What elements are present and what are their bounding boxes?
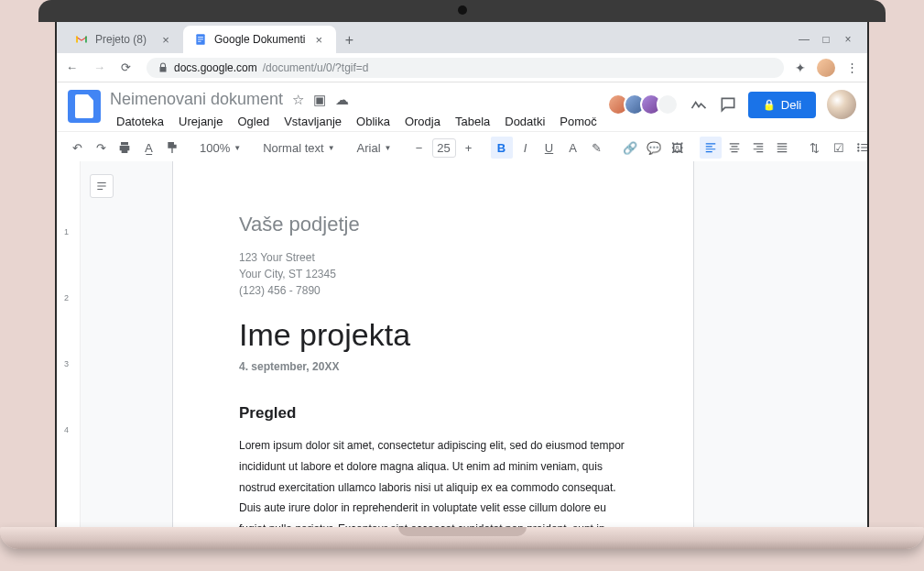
menu-file[interactable]: Datoteka <box>110 112 170 131</box>
align-right-button[interactable] <box>747 137 769 159</box>
underline-button[interactable]: U <box>538 137 560 159</box>
docs-logo-icon[interactable] <box>68 90 101 123</box>
insert-link-button[interactable]: 🔗 <box>619 137 641 159</box>
nav-controls: ← → ⟳ <box>66 60 136 75</box>
font-size-input[interactable]: 25 <box>432 138 456 158</box>
laptop-frame: Prejeto (8) × Google Dokumenti × + — □ ×… <box>0 0 924 571</box>
menu-help[interactable]: Pomoč <box>553 112 603 131</box>
star-icon[interactable]: ☆ <box>292 92 304 108</box>
forward-icon[interactable]: → <box>93 60 108 75</box>
close-icon[interactable]: × <box>312 33 325 46</box>
window-controls: — □ × <box>799 26 860 53</box>
maximize-icon[interactable]: □ <box>821 35 831 44</box>
document-title[interactable]: Neimenovani dokument <box>110 90 283 109</box>
paragraph-style-dropdown[interactable]: Normal text▼ <box>257 141 340 155</box>
print-button[interactable] <box>114 137 136 159</box>
url-field[interactable]: docs.google.com/document/u/0/?tgif=d <box>147 58 784 78</box>
align-center-button[interactable] <box>723 137 745 159</box>
address-bar: ← → ⟳ docs.google.com/document/u/0/?tgif… <box>57 53 867 82</box>
formatting-toolbar: ↶ ↷ A̲ 100%▼ Normal text▼ Arial▼ − 25 + … <box>57 131 867 164</box>
menu-insert[interactable]: Vstavljanje <box>277 112 348 131</box>
browser-menu-icon[interactable]: ⋮ <box>846 60 858 74</box>
vertical-ruler[interactable]: 1 2 3 4 <box>57 161 81 527</box>
browser-tab-strip: Prejeto (8) × Google Dokumenti × + — □ × <box>57 22 867 53</box>
presence-avatars[interactable] <box>613 93 679 115</box>
outline-toggle-button[interactable] <box>90 174 114 198</box>
document-date: 4. september, 20XX <box>239 360 627 373</box>
svg-rect-3 <box>198 41 201 42</box>
account-avatar-icon[interactable] <box>827 90 856 119</box>
body-paragraph: Lorem ipsum dolor sit amet, consectetur … <box>239 435 627 527</box>
align-left-button[interactable] <box>700 137 722 159</box>
spellcheck-button[interactable]: A̲ <box>137 137 159 159</box>
move-icon[interactable]: ▣ <box>313 92 326 108</box>
checklist-button[interactable]: ☑ <box>828 137 850 159</box>
minimize-icon[interactable]: — <box>799 35 809 44</box>
lock-icon <box>158 62 168 73</box>
line-spacing-button[interactable]: ⇅ <box>804 137 826 159</box>
insert-image-button[interactable]: 🖼 <box>667 137 689 159</box>
back-icon[interactable]: ← <box>66 60 81 75</box>
svg-point-6 <box>857 149 859 151</box>
paint-format-button[interactable] <box>161 137 183 159</box>
reload-icon[interactable]: ⟳ <box>121 60 136 75</box>
browser-tab-gmail[interactable]: Prejeto (8) × <box>64 26 183 53</box>
url-host: docs.google.com <box>174 61 257 74</box>
insert-comment-button[interactable]: 💬 <box>643 137 665 159</box>
activity-icon[interactable] <box>690 95 708 114</box>
zoom-dropdown[interactable]: 100%▼ <box>194 141 246 155</box>
align-justify-button[interactable] <box>771 137 793 159</box>
profile-avatar-icon[interactable] <box>817 59 835 77</box>
gmail-icon <box>75 33 88 46</box>
bold-button[interactable]: B <box>491 137 513 159</box>
header-right: Deli <box>613 90 856 119</box>
extensions-icon[interactable]: ✦ <box>795 60 806 75</box>
webcam-notch <box>458 5 467 15</box>
font-size-decrease[interactable]: − <box>408 137 430 159</box>
new-tab-button[interactable]: + <box>336 27 362 53</box>
menu-view[interactable]: Ogled <box>231 112 276 131</box>
redo-button[interactable]: ↷ <box>90 137 112 159</box>
close-icon[interactable]: × <box>159 33 172 46</box>
document-canvas: 1 2 3 4 Vaše podjetje 123 Your Street Yo… <box>57 161 867 527</box>
svg-rect-2 <box>198 38 203 39</box>
undo-button[interactable]: ↶ <box>66 137 88 159</box>
menu-edit[interactable]: Urejanje <box>172 112 229 131</box>
italic-button[interactable]: I <box>515 137 537 159</box>
browser-actions: ✦ ⋮ <box>795 59 858 77</box>
menu-format[interactable]: Oblika <box>350 112 397 131</box>
laptop-base <box>0 527 924 549</box>
address-line: (123) 456 - 7890 <box>239 282 627 299</box>
browser-tab-docs[interactable]: Google Dokumenti × <box>183 26 336 53</box>
bulleted-list-button[interactable] <box>852 137 870 159</box>
tab-label: Google Dokumenti <box>214 33 305 46</box>
url-path: /document/u/0/?tgif=d <box>263 61 369 74</box>
project-title: Ime projekta <box>239 317 627 353</box>
menu-table[interactable]: Tabela <box>449 112 496 131</box>
close-window-icon[interactable]: × <box>843 35 853 44</box>
section-heading: Pregled <box>239 404 627 423</box>
highlight-button[interactable]: ✎ <box>586 137 608 159</box>
collaborator-avatar-icon <box>657 93 679 115</box>
screen: Prejeto (8) × Google Dokumenti × + — □ ×… <box>55 22 869 527</box>
title-block: Neimenovani dokument ☆ ▣ ☁ Datoteka Urej… <box>110 90 603 131</box>
docs-header: Neimenovani dokument ☆ ▣ ☁ Datoteka Urej… <box>57 82 867 131</box>
svg-point-4 <box>857 143 859 145</box>
tab-label: Prejeto (8) <box>95 33 147 46</box>
company-name: Vaše podjetje <box>239 213 627 236</box>
text-color-button[interactable]: A <box>562 137 584 159</box>
address-line: Your City, ST 12345 <box>239 266 627 282</box>
share-button[interactable]: Deli <box>748 92 816 118</box>
font-dropdown[interactable]: Arial▼ <box>352 141 397 155</box>
address-line: 123 Your Street <box>239 249 627 266</box>
cloud-saved-icon: ☁ <box>335 92 349 108</box>
menu-bar: Datoteka Urejanje Ogled Vstavljanje Obli… <box>110 112 603 131</box>
menu-tools[interactable]: Orodja <box>398 112 447 131</box>
docs-icon <box>194 33 207 46</box>
share-label: Deli <box>781 98 801 112</box>
font-size-increase[interactable]: + <box>458 137 480 159</box>
comments-icon[interactable] <box>719 95 737 114</box>
document-page[interactable]: Vaše podjetje 123 Your Street Your City,… <box>172 161 694 527</box>
menu-addons[interactable]: Dodatki <box>498 112 551 131</box>
svg-rect-1 <box>198 37 203 38</box>
